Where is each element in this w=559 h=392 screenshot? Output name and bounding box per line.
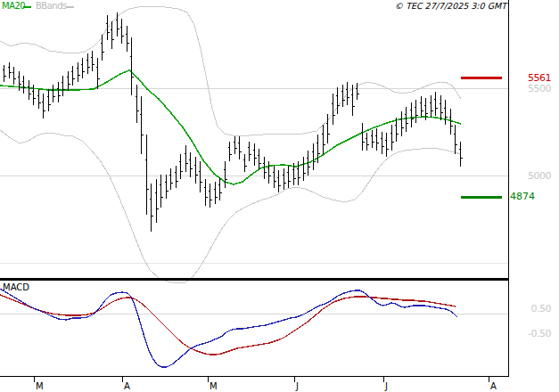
macd-lower-axis-label: -0.50 [510, 329, 551, 339]
bollinger-lower-band [0, 130, 461, 283]
chart-canvas [0, 0, 559, 392]
month-label-jun: J [296, 381, 299, 391]
gridline-5000-label: 5000 [510, 171, 551, 181]
resistance-price-label: 5561 [510, 73, 551, 83]
stock-chart-window: MA20 BBands © TEC 27/7/2025 3:0 GMT 5561… [0, 0, 559, 392]
ma20-line-swatch-icon [23, 6, 31, 8]
legend-bbands-label: BBands [36, 2, 67, 11]
macd-line [0, 289, 457, 367]
panel-separator [0, 278, 508, 281]
month-label-jul: J [385, 381, 388, 391]
month-label-aug: A [490, 381, 497, 391]
copyright-text: © TEC 27/7/2025 3:0 GMT [395, 2, 506, 11]
month-label-may: M [210, 381, 218, 391]
month-label-apr: A [124, 381, 130, 391]
month-label-mar: M [36, 381, 44, 391]
macd-panel-label: MACD [3, 283, 29, 292]
macd-signal-line [0, 295, 456, 355]
support-price-label: 4874 [510, 192, 535, 201]
macd-upper-axis-label: 0.50 [510, 304, 551, 314]
bbands-line-swatch-icon [66, 6, 74, 8]
bollinger-upper-band [0, 6, 461, 136]
legend-ma20-label: MA20 [2, 2, 25, 11]
gridline-5500-label: 5500 [510, 84, 551, 94]
